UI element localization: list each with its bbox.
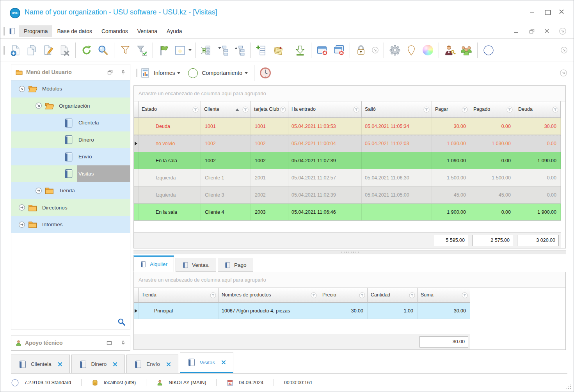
support-maximize-icon[interactable]	[106, 340, 112, 346]
table-row[interactable]: En la sala 1002 1002 05.04.2021 11:07:39…	[134, 152, 561, 169]
filter-funnel-icon[interactable]	[311, 292, 317, 298]
column-header-salio[interactable]: Salió	[362, 101, 432, 118]
new-document-icon[interactable]	[7, 42, 23, 59]
sidebar-item-directorios[interactable]: Directorios	[11, 199, 130, 216]
tab-pago[interactable]: Pago	[218, 258, 253, 272]
support-pin-icon[interactable]	[120, 340, 126, 346]
filter-funnel-icon[interactable]	[359, 292, 365, 298]
notes-icon[interactable]	[270, 42, 286, 59]
expand-node-icon[interactable]	[35, 187, 42, 194]
settings-gear-icon[interactable]	[387, 42, 403, 59]
filter-funnel-icon[interactable]	[353, 106, 359, 113]
table-row[interactable]: Izquierda Cliente 3 2002 05.04.2021 11:0…	[134, 186, 561, 204]
column-header-ha-entrado[interactable]: Ha entrado	[288, 101, 362, 118]
menu-base-de-datos[interactable]: Base de datos	[52, 25, 97, 37]
close-tab-icon[interactable]	[166, 362, 171, 367]
close-tab-icon[interactable]	[58, 362, 62, 367]
mdi-close-button[interactable]	[544, 28, 549, 34]
collapse-tree-icon[interactable]	[215, 42, 231, 59]
export-download-icon[interactable]	[292, 42, 308, 59]
filter-funnel-icon[interactable]	[192, 106, 199, 113]
close-all-windows-icon[interactable]	[331, 42, 347, 59]
table-row[interactable]: En la sala Cliente 4 2003 05.04.2021 11:…	[134, 204, 561, 221]
color-wheel-icon[interactable]	[419, 42, 436, 59]
menu-ayuda[interactable]: Ayuda	[162, 25, 187, 37]
menu-ventana[interactable]: Ventana	[133, 25, 162, 37]
sidebar-pin-icon[interactable]	[120, 69, 126, 75]
expand-node-icon[interactable]	[18, 204, 25, 211]
go-arrow-icon[interactable]	[187, 67, 199, 79]
informes-dropdown[interactable]: Informes	[154, 70, 180, 76]
filter-funnel-icon[interactable]	[409, 292, 415, 298]
sidebar-item-visitas[interactable]: Visitas	[11, 165, 130, 183]
user-permissions-icon[interactable]	[442, 42, 458, 59]
edit-document-icon[interactable]	[40, 42, 56, 59]
filter-funnel-icon[interactable]	[506, 106, 513, 113]
sidebar-item-organizacion[interactable]: Organización	[11, 98, 130, 115]
toolbar-grip[interactable]	[4, 27, 5, 35]
expand-node-icon[interactable]	[18, 221, 25, 228]
toolbar-overflow-chevron-icon[interactable]	[369, 42, 381, 59]
sidebar-item-tienda[interactable]: Tienda	[11, 182, 130, 199]
user-group-icon[interactable]	[458, 42, 474, 59]
collapse-node-icon[interactable]	[18, 85, 25, 92]
tab-alquiler[interactable]: Alquiler	[133, 255, 174, 272]
search-icon[interactable]	[95, 42, 111, 59]
clock-icon[interactable]	[259, 67, 272, 79]
menu-comandos[interactable]: Comandos	[97, 25, 133, 37]
mdi-tab-clientela[interactable]: Clientela	[11, 355, 70, 373]
mdi-tab-visitas[interactable]: Visitas	[180, 352, 234, 373]
filter-funnel-icon[interactable]	[423, 106, 430, 113]
column-header-estado[interactable]: Estado	[139, 101, 201, 118]
filter-funnel-icon[interactable]	[462, 106, 468, 113]
column-header-tienda[interactable]: Tienda	[139, 288, 219, 303]
column-header-pagado[interactable]: Pagado	[470, 101, 515, 118]
filter-apply-icon[interactable]	[133, 42, 150, 59]
toolbar-end-chevron-icon[interactable]	[558, 42, 570, 59]
close-window-icon[interactable]	[314, 42, 331, 59]
column-header-pagar[interactable]: Pagar	[432, 101, 470, 118]
image-viewer-dropdown-caret[interactable]	[188, 49, 192, 51]
filter-funnel-icon[interactable]	[552, 106, 558, 113]
sidebar-item-modulos[interactable]: Módulos	[11, 80, 130, 98]
filter-funnel-icon[interactable]	[280, 106, 286, 113]
location-pin-icon[interactable]	[403, 42, 419, 59]
collapse-node-icon[interactable]	[35, 102, 42, 109]
delete-document-icon[interactable]	[56, 42, 73, 59]
close-tab-icon[interactable]	[113, 362, 117, 367]
expand-list-icon[interactable]	[198, 42, 215, 59]
sidebar-item-informes[interactable]: Informes	[11, 216, 130, 233]
horizontal-splitter[interactable]	[133, 250, 566, 254]
maximize-button[interactable]	[544, 9, 550, 14]
support-panel[interactable]: Apoyo técnico	[11, 335, 130, 351]
column-header-suma[interactable]: Suma	[418, 288, 470, 303]
table-row[interactable]: Izquierda Cliente 1 2001 05.04.2021 11:0…	[134, 169, 561, 186]
toolbar-grip[interactable]	[136, 69, 137, 77]
menu-programa[interactable]: Programa	[19, 25, 52, 37]
comportamiento-dropdown[interactable]: Comportamiento	[202, 70, 248, 76]
flag-icon[interactable]	[156, 42, 172, 59]
mdi-tab-dinero[interactable]: Dinero	[71, 355, 125, 373]
column-header-tarjeta-club[interactable]: tarjeta Club	[251, 101, 288, 118]
tab-ventas[interactable]: Ventas.	[176, 258, 216, 272]
toolbar-grip[interactable]	[4, 46, 5, 55]
close-tab-icon[interactable]	[221, 360, 226, 365]
detail-row-selected[interactable]: Principal 10067 Algún producto 4, piezas…	[134, 303, 470, 319]
table-row[interactable]: Deuda 1001 1001 05.04.2021 11:03:53 05.0…	[134, 118, 561, 135]
filter-funnel-icon[interactable]	[210, 292, 216, 298]
resize-grip[interactable]	[565, 384, 571, 390]
column-header-precio[interactable]: Precio	[319, 288, 368, 303]
add-row-icon[interactable]	[253, 42, 270, 59]
refresh-icon[interactable]	[78, 42, 95, 59]
expand-tree-icon[interactable]	[231, 42, 247, 59]
menu-overflow-chevron-icon[interactable]	[559, 27, 567, 35]
filter-funnel-icon[interactable]	[242, 106, 249, 113]
column-header-cantidad[interactable]: Cantidad	[368, 288, 418, 303]
viewbar-overflow-chevron-icon[interactable]	[560, 69, 567, 77]
column-header-nombres[interactable]: Nombres de productos	[219, 288, 319, 303]
sidebar-item-clientela[interactable]: Clientela	[11, 114, 130, 131]
about-info-icon[interactable]	[480, 42, 497, 59]
table-row-selected[interactable]: no volvio 1002 1002 05.04.2021 11:00:04 …	[134, 135, 561, 152]
mdi-restore-button[interactable]	[529, 28, 535, 34]
close-button[interactable]	[559, 9, 565, 14]
